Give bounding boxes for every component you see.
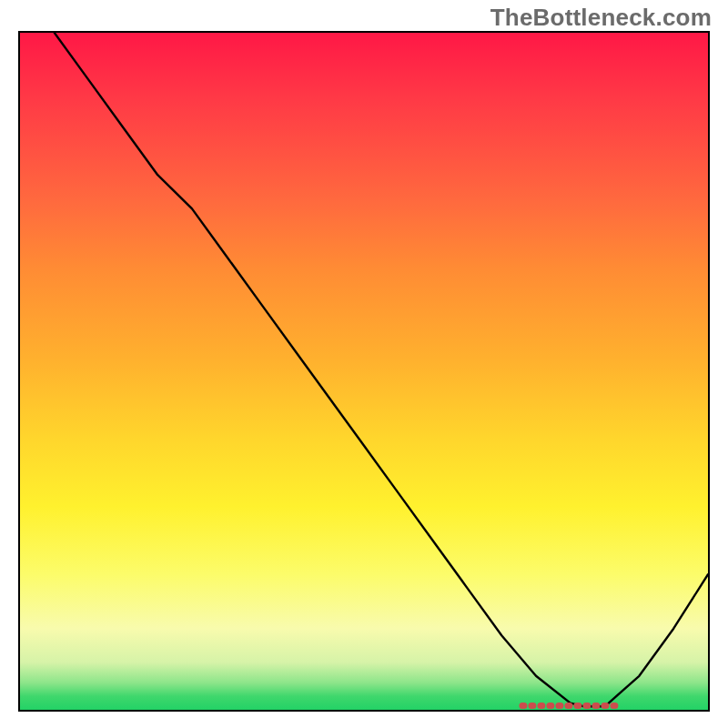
y-axis-margin [0,31,18,712]
chart-svg [20,33,708,710]
chart-container: TheBottleneck.com [0,0,728,728]
plot-area [18,31,710,712]
bottleneck-curve [55,33,708,706]
watermark-text: TheBottleneck.com [490,4,712,32]
x-axis-margin [18,713,710,728]
